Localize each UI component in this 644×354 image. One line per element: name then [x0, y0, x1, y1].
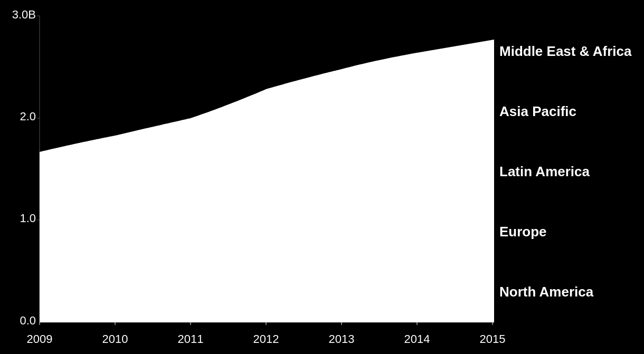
y-label-3b: 3.0B	[12, 8, 36, 21]
x-label-2014: 2014	[404, 332, 430, 346]
y-label-2: 2.0	[20, 110, 36, 123]
y-label-0: 0.0	[20, 314, 36, 327]
legend-middle-east-africa: Middle East & Africa	[499, 43, 639, 60]
x-label-2009: 2009	[27, 332, 53, 346]
x-label-2013: 2013	[329, 332, 355, 346]
legend-europe: Europe	[499, 224, 639, 240]
legend-latin-america: Latin America	[499, 164, 639, 180]
chart-container: 3.0B 2.0 1.0 0.0 2009 2010 2011 2012 201…	[0, 0, 644, 354]
x-label-2012: 2012	[253, 332, 279, 346]
legend-north-america: North America	[499, 284, 639, 300]
x-label-2010: 2010	[102, 332, 128, 346]
y-label-1: 1.0	[20, 212, 36, 225]
x-label-2011: 2011	[178, 332, 204, 346]
legend-container: Middle East & Africa Asia Pacific Latin …	[494, 0, 644, 354]
legend-asia-pacific: Asia Pacific	[499, 103, 639, 120]
